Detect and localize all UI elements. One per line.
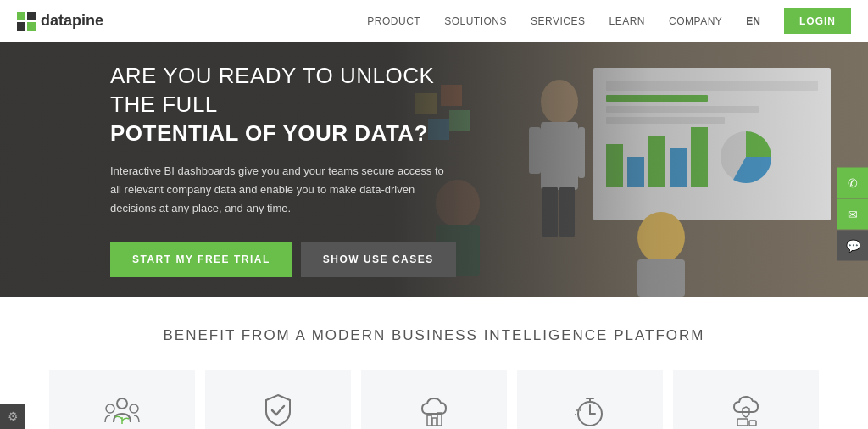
hero-subtitle: Interactive BI dashboards give you and y… xyxy=(110,162,449,218)
login-button[interactable]: LOGIN xyxy=(784,8,851,34)
empower-icon xyxy=(102,390,142,429)
svg-point-33 xyxy=(130,404,138,413)
benefit-card-culture: ESTABLISH DATA CULTURE Develop data-driv… xyxy=(361,370,507,429)
svg-rect-0 xyxy=(17,12,25,20)
side-contact-icons: ✆ ✉ 💬 xyxy=(837,168,868,262)
hero-section: ARE YOU READY TO UNLOCK THE FULL POTENTI… xyxy=(0,42,868,297)
benefit-card-flexible: BE FLEXIBLE Enjoy a scalable SaaS BI sol… xyxy=(673,370,819,429)
phone-icon[interactable]: ✆ xyxy=(837,168,868,198)
nav-language[interactable]: EN xyxy=(746,15,760,27)
svg-rect-3 xyxy=(27,22,36,31)
benefit-card-empower: EMPOWER EVERYONE Enable everyone within … xyxy=(49,370,195,429)
nav-product[interactable]: PRODUCT xyxy=(367,15,420,27)
logo[interactable]: datapine xyxy=(17,12,103,31)
nav-services[interactable]: SERVICES xyxy=(531,15,585,27)
benefits-section: BENEFIT FROM A MODERN BUSINESS INTELLIGE… xyxy=(0,297,868,429)
faster-icon xyxy=(570,390,610,429)
svg-rect-45 xyxy=(749,421,756,426)
nav-company[interactable]: COMPANY xyxy=(669,15,722,27)
benefits-title: BENEFIT FROM A MODERN BUSINESS INTELLIGE… xyxy=(17,327,851,344)
svg-rect-44 xyxy=(737,419,748,426)
svg-point-32 xyxy=(106,404,114,413)
benefit-card-faster: GO FASTER Reduce manual tasks to a minim… xyxy=(517,370,663,429)
nav-solutions[interactable]: SOLUTIONS xyxy=(444,15,507,27)
hero-content: ARE YOU READY TO UNLOCK THE FULL POTENTI… xyxy=(0,62,483,277)
benefits-cards: EMPOWER EVERYONE Enable everyone within … xyxy=(17,370,851,429)
nav-learn[interactable]: LEARN xyxy=(609,15,646,27)
culture-icon xyxy=(414,390,454,429)
svg-rect-36 xyxy=(437,413,442,426)
show-use-cases-button[interactable]: SHOW USE CASES xyxy=(301,242,456,277)
logo-icon xyxy=(17,12,36,31)
hero-buttons: START MY FREE TRIAL SHOW USE CASES xyxy=(110,242,483,277)
navbar: datapine PRODUCT SOLUTIONS SERVICES LEAR… xyxy=(0,0,868,42)
logo-text: datapine xyxy=(41,12,103,30)
svg-rect-35 xyxy=(432,418,437,426)
flexible-icon xyxy=(726,390,766,429)
benefit-card-trust: TRUST YOUR DATA Take advantage of a secu… xyxy=(205,370,351,429)
svg-rect-2 xyxy=(17,22,25,31)
navbar-right: PRODUCT SOLUTIONS SERVICES LEARN COMPANY… xyxy=(367,8,851,34)
svg-rect-34 xyxy=(427,415,431,426)
start-trial-button[interactable]: START MY FREE TRIAL xyxy=(110,242,292,277)
settings-icon[interactable]: ⚙ xyxy=(0,404,25,429)
hero-title: ARE YOU READY TO UNLOCK THE FULL POTENTI… xyxy=(110,62,483,148)
email-icon[interactable]: ✉ xyxy=(837,199,868,230)
svg-point-31 xyxy=(117,398,127,409)
trust-icon xyxy=(258,390,298,429)
svg-rect-1 xyxy=(27,12,36,20)
chat-icon[interactable]: 💬 xyxy=(837,231,868,261)
